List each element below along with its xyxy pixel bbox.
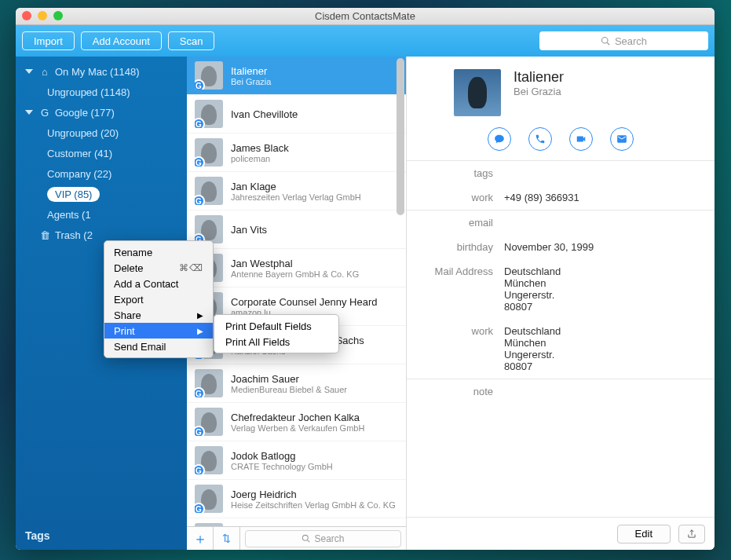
- share-contact-button[interactable]: [678, 525, 705, 544]
- contact-list-item[interactable]: GJodok BatloggCRATE Technology GmbH: [187, 441, 406, 480]
- maximize-window-button[interactable]: [53, 11, 63, 20]
- sidebar-group[interactable]: ⌂On My Mac (1148): [16, 61, 187, 82]
- contact-list-item[interactable]: GJoerg SoehringLatham & Watkins Schön No…: [187, 518, 406, 526]
- contact-list-item[interactable]: GJan WestphalAntenne Bayern GmbH & Co. K…: [187, 249, 406, 287]
- call-button[interactable]: [528, 127, 552, 151]
- disclosure-triangle-icon: [24, 108, 35, 116]
- sidebar-item[interactable]: Ungrouped (20): [16, 123, 187, 143]
- contact-list-item[interactable]: GItalienerBei Grazia: [187, 57, 406, 95]
- scan-button[interactable]: Scan: [168, 31, 215, 50]
- context-menu-item[interactable]: Print▶: [104, 323, 213, 339]
- sidebar-item[interactable]: Customer (41): [16, 143, 187, 163]
- toolbar: Import Add Account Scan Search: [16, 25, 715, 57]
- close-window-button[interactable]: [22, 11, 31, 20]
- detail-field-label: email: [418, 217, 504, 229]
- context-menu-item[interactable]: Share▶: [104, 307, 213, 323]
- toolbar-search-input[interactable]: Search: [539, 31, 708, 50]
- contact-avatar-thumb: G: [195, 100, 223, 128]
- disclosure-triangle-icon: [24, 68, 35, 75]
- sidebar-group-label: Trash (2: [55, 229, 93, 241]
- sidebar-item[interactable]: Company (22): [16, 163, 187, 184]
- add-contact-button[interactable]: ＋: [187, 527, 214, 551]
- context-menu-item[interactable]: Export: [104, 291, 213, 307]
- video-button[interactable]: [569, 127, 593, 151]
- contact-item-name: Italiener: [231, 65, 271, 77]
- submenu-label: Print Default Fields: [225, 320, 312, 332]
- contact-list-item[interactable]: GChefredakteur Jochen KalkaVerlag Werben…: [187, 403, 406, 441]
- context-menu-item[interactable]: Rename: [104, 244, 213, 260]
- context-menu: RenameDelete⌘⌫Add a ContactExportShare▶P…: [104, 240, 214, 358]
- contact-item-name: Jan Vits: [231, 224, 267, 236]
- sort-contacts-button[interactable]: ⇅: [214, 527, 240, 551]
- message-button[interactable]: [488, 127, 511, 151]
- detail-field-row: work+49 (89) 366931: [407, 185, 715, 210]
- contacts-scrollbar[interactable]: [397, 58, 404, 215]
- contact-list-item[interactable]: GJan KlageJahreszeiten Verlag Verlag Gmb…: [187, 172, 406, 210]
- app-window: Cisdem ContactsMate Import Add Account S…: [16, 8, 715, 550]
- google-badge-icon: G: [195, 464, 205, 474]
- contact-list-item[interactable]: GJoerg HeidrichHeise Zeitschriften Verla…: [187, 480, 406, 518]
- context-menu-item[interactable]: Delete⌘⌫: [104, 260, 213, 276]
- add-account-button[interactable]: Add Account: [81, 31, 162, 50]
- contacts-search-input[interactable]: Search: [245, 530, 401, 547]
- search-icon: [601, 36, 610, 46]
- search-icon: [302, 534, 310, 543]
- detail-field-value: Deutschland München Ungererstr. 80807: [504, 265, 561, 313]
- contact-item-name: Jan Westphal: [231, 258, 359, 269]
- contacts-list: GItalienerBei GraziaGIvan ChevilloteGJam…: [187, 57, 406, 526]
- contact-list-item[interactable]: GJan Vits: [187, 210, 406, 249]
- detail-field-row: email: [407, 210, 715, 235]
- contact-item-name: Joachim Sauer: [231, 373, 347, 385]
- contact-item-sub: Bei Grazia: [231, 77, 271, 86]
- sidebar-item[interactable]: VIP (85): [16, 184, 187, 204]
- google-badge-icon: G: [195, 156, 205, 167]
- submenu-item[interactable]: Print Default Fields: [214, 318, 338, 334]
- contact-item-name: Corporate Counsel Jenny Heard: [231, 296, 377, 308]
- context-menu-label: Export: [114, 294, 144, 306]
- svg-point-2: [303, 535, 309, 540]
- contact-item-name: Ivan Chevillote: [231, 108, 298, 120]
- contact-list-item[interactable]: GJoachim SauerMedienBureau Biebel & Saue…: [187, 364, 406, 403]
- minimize-window-button[interactable]: [38, 11, 47, 20]
- detail-field-label: tags: [418, 167, 504, 179]
- edit-contact-button[interactable]: Edit: [617, 525, 671, 544]
- contact-item-sub: Verlag Werben & Verkaufen GmbH: [231, 423, 364, 433]
- sidebar-item[interactable]: Agents (1: [16, 204, 187, 225]
- context-menu-item[interactable]: Send Email: [104, 339, 213, 354]
- contact-avatar-thumb: G: [195, 215, 223, 243]
- detail-field-label: note: [418, 386, 504, 397]
- context-menu-item[interactable]: Add a Contact: [104, 276, 213, 291]
- email-button[interactable]: [610, 127, 634, 151]
- contact-list-item[interactable]: GIvan Chevillote: [187, 95, 406, 134]
- detail-field-value: November 30, 1999: [504, 241, 594, 253]
- sidebar-item[interactable]: Ungrouped (1148): [16, 82, 187, 102]
- menu-shortcut: ⌘⌫: [179, 262, 203, 273]
- google-badge-icon: G: [195, 387, 205, 397]
- contact-item-name: James Black: [231, 142, 289, 154]
- google-icon: G: [39, 107, 50, 119]
- sidebar-item-label: VIP (85): [47, 187, 100, 202]
- share-icon: [686, 529, 697, 540]
- contact-item-sub: Heise Zeitschriften Verlag GmbH & Co. KG: [231, 500, 396, 510]
- contact-list-item[interactable]: GJames Blackpoliceman: [187, 134, 406, 172]
- submenu-arrow-icon: ▶: [197, 327, 203, 335]
- sidebar-item-label: Customer (41): [47, 148, 112, 159]
- detail-field-row: birthdayNovember 30, 1999: [407, 235, 715, 259]
- contact-avatar-thumb: G: [195, 61, 223, 90]
- contacts-footer: ＋ ⇅ Search: [187, 526, 406, 550]
- contact-item-sub: Jahreszeiten Verlag Verlag GmbH: [231, 192, 361, 202]
- contact-item-sub: MedienBureau Biebel & Sauer: [231, 385, 347, 394]
- sidebar-group[interactable]: GGoogle (177): [16, 102, 187, 123]
- google-badge-icon: G: [195, 79, 205, 90]
- contact-name: Italiener: [514, 69, 564, 86]
- mac-icon: ⌂: [39, 66, 50, 78]
- contact-avatar-thumb: G: [195, 485, 223, 513]
- window-controls: [22, 11, 63, 20]
- sidebar-tags-header[interactable]: Tags: [16, 522, 187, 550]
- detail-field-label: Mail Address: [418, 265, 504, 313]
- contacts-search-placeholder: Search: [314, 533, 344, 544]
- submenu-item[interactable]: Print All Fields: [214, 334, 338, 350]
- import-button[interactable]: Import: [22, 31, 75, 50]
- toolbar-search-placeholder: Search: [615, 35, 647, 47]
- detail-field-row: tags: [407, 161, 715, 185]
